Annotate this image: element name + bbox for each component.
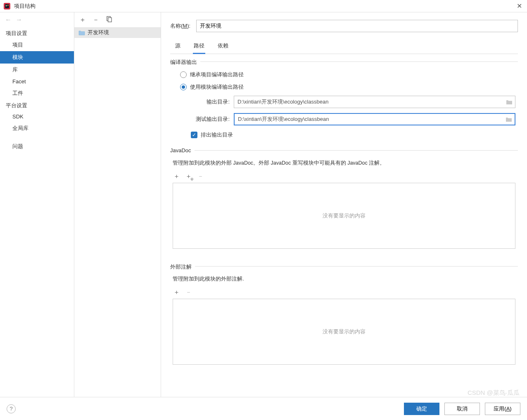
module-list-item[interactable]: 开发环境 xyxy=(74,27,161,38)
name-label: 名称(M): xyxy=(170,22,190,30)
browse-test-output-icon[interactable] xyxy=(503,114,515,125)
cancel-button[interactable]: 取消 xyxy=(444,403,480,415)
sidebar-item-artifacts[interactable]: 工件 xyxy=(0,87,74,99)
exclude-label: 排出输出目录 xyxy=(201,131,233,139)
remove-module-icon[interactable]: － xyxy=(93,16,99,24)
annotations-remove-icon[interactable]: － xyxy=(185,288,192,296)
compiler-output-legend: 编译器输出 xyxy=(170,59,200,66)
javadoc-empty-text: 没有要显示的内容 xyxy=(323,212,366,219)
sidebar-group-platform: 平台设置 xyxy=(0,99,74,111)
app-icon xyxy=(3,2,11,10)
annotations-toolbar: ＋ － xyxy=(173,286,515,299)
test-output-path-input[interactable] xyxy=(235,114,503,125)
sidebar-item-modules[interactable]: 模块 xyxy=(0,51,74,64)
svg-point-2 xyxy=(6,5,7,6)
svg-rect-3 xyxy=(7,5,9,5)
titlebar: 项目结构 ✕ xyxy=(0,0,527,12)
annotations-desc: 管理附加到此模块的外部注解. xyxy=(173,276,515,283)
help-icon[interactable]: ? xyxy=(7,404,16,413)
ok-button[interactable]: 确定 xyxy=(404,403,439,415)
apply-button[interactable]: 应用(A) xyxy=(485,403,520,415)
javadoc-legend: JavaDoc xyxy=(170,147,195,153)
add-module-icon[interactable]: ＋ xyxy=(79,16,86,24)
footer: ? 确定 取消 应用(A) xyxy=(0,397,527,420)
radio-module[interactable] xyxy=(180,84,187,90)
module-item-label: 开发环境 xyxy=(88,29,109,36)
nav-back-icon[interactable]: ← xyxy=(5,16,12,24)
name-row: 名称(M): xyxy=(170,20,518,32)
annotations-section: 外部注解 管理附加到此模块的外部注解. ＋ － 没有要显示的内容 xyxy=(170,266,518,372)
javadoc-remove-icon[interactable]: － xyxy=(197,172,204,180)
annotations-empty-text: 没有要显示的内容 xyxy=(323,328,366,335)
output-label: 输出目录: xyxy=(189,98,230,106)
tab-source[interactable]: 源 xyxy=(174,40,181,54)
svg-rect-1 xyxy=(5,4,9,8)
sidebar-item-problems[interactable]: 问题 xyxy=(0,140,74,153)
tabs: 源 路径 依赖 xyxy=(170,40,518,54)
radio-inherit-row[interactable]: 继承项目编译输出路径 xyxy=(173,68,515,81)
test-output-path-row: 测试输出目录: xyxy=(173,111,515,128)
javadoc-add-url-icon[interactable]: ＋⊚ xyxy=(185,172,192,180)
module-list-panel: ＋ － 开发环境 xyxy=(74,12,161,397)
annotations-add-icon[interactable]: ＋ xyxy=(173,288,180,296)
annotations-legend: 外部注解 xyxy=(170,263,195,271)
main-area: ← → 项目设置 项目 模块 库 Facet 工件 平台设置 SDK 全局库 问… xyxy=(0,12,527,397)
exclude-checkbox[interactable]: ✓ xyxy=(191,132,197,138)
copy-module-icon[interactable] xyxy=(106,16,112,24)
annotations-empty-list: 没有要显示的内容 xyxy=(173,299,515,365)
compiler-output-section: 编译器输出 继承项目编译输出路径 使用模块编译输出路径 输出目录: 测试输出目录… xyxy=(170,61,518,148)
radio-module-row[interactable]: 使用模块编译输出路径 xyxy=(173,81,515,93)
exclude-output-row[interactable]: ✓ 排出输出目录 xyxy=(173,128,515,140)
javadoc-empty-list: 没有要显示的内容 xyxy=(173,183,515,249)
javadoc-toolbar: ＋ ＋⊚ － xyxy=(173,170,515,183)
javadoc-section: JavaDoc 管理附加到此模块的外部 JavaDoc。外部 JavaDoc 重… xyxy=(170,150,518,256)
module-toolbar: ＋ － xyxy=(74,12,161,27)
nav-forward-icon[interactable]: → xyxy=(16,16,22,24)
folder-icon xyxy=(78,30,85,35)
name-input[interactable] xyxy=(196,20,518,32)
sidebar: ← → 项目设置 项目 模块 库 Facet 工件 平台设置 SDK 全局库 问… xyxy=(0,12,74,397)
sidebar-item-facet[interactable]: Facet xyxy=(0,76,74,87)
radio-module-label: 使用模块编译输出路径 xyxy=(190,83,244,91)
test-output-path-input-wrap xyxy=(234,113,515,125)
sidebar-group-project: 项目设置 xyxy=(0,27,74,39)
sidebar-item-libraries[interactable]: 库 xyxy=(0,64,74,76)
test-output-label: 测试输出目录: xyxy=(189,116,230,123)
close-icon[interactable]: ✕ xyxy=(515,2,524,10)
tab-dependencies[interactable]: 依赖 xyxy=(217,40,229,54)
browse-output-icon[interactable] xyxy=(503,96,515,108)
sidebar-nav: ← → xyxy=(0,12,74,27)
sidebar-item-sdk[interactable]: SDK xyxy=(0,111,74,122)
tab-paths[interactable]: 路径 xyxy=(193,40,205,54)
output-path-input[interactable] xyxy=(234,96,503,108)
javadoc-desc: 管理附加到此模块的外部 JavaDoc。外部 JavaDoc 重写模块中可能具有… xyxy=(173,160,515,167)
javadoc-add-icon[interactable]: ＋ xyxy=(173,172,180,180)
output-path-input-wrap xyxy=(234,96,515,108)
sidebar-item-project[interactable]: 项目 xyxy=(0,39,74,51)
svg-rect-5 xyxy=(108,17,112,21)
radio-inherit-label: 继承项目编译输出路径 xyxy=(190,71,244,78)
output-path-row: 输出目录: xyxy=(173,93,515,111)
radio-inherit[interactable] xyxy=(180,71,187,78)
content-panel: 名称(M): 源 路径 依赖 编译器输出 继承项目编译输出路径 使用模块编译输出… xyxy=(161,12,527,397)
sidebar-item-global-libs[interactable]: 全局库 xyxy=(0,122,74,134)
window-title: 项目结构 xyxy=(14,2,515,10)
